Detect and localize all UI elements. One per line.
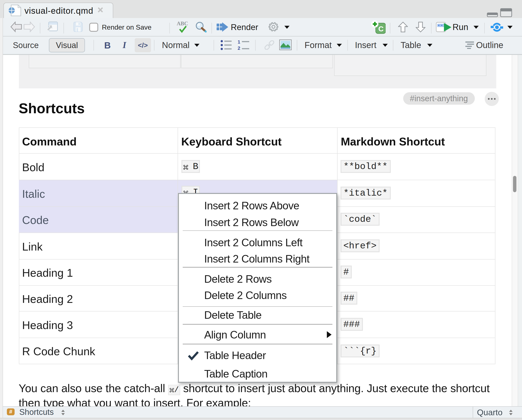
svg-text:1: 1: [238, 39, 240, 45]
svg-text:C: C: [378, 25, 384, 33]
svg-text:2: 2: [238, 46, 240, 51]
svg-text:ABC: ABC: [177, 21, 188, 26]
